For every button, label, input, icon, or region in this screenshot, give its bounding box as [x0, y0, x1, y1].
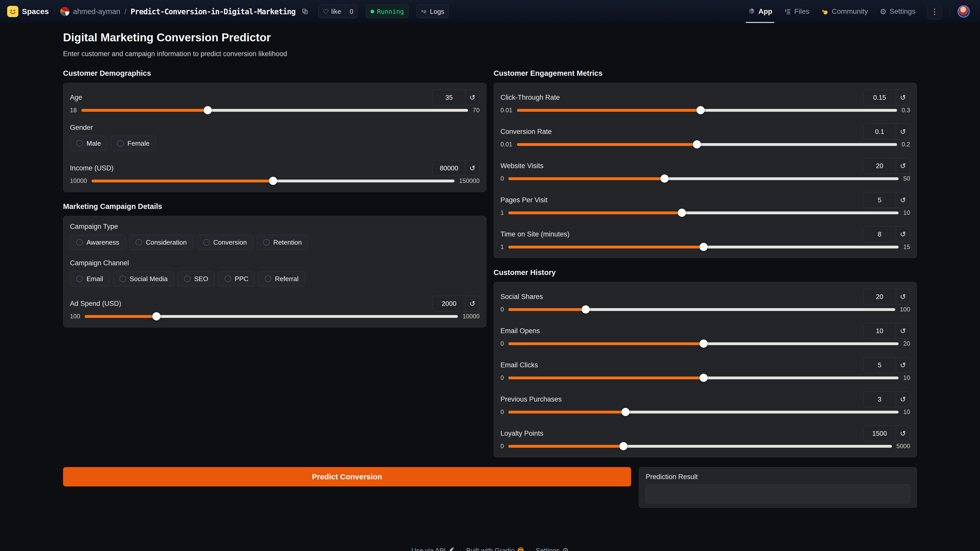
- slider-value-input[interactable]: 20: [863, 158, 896, 173]
- slider-track[interactable]: [508, 342, 899, 345]
- slider-handle[interactable]: [269, 177, 277, 185]
- footer-settings-link[interactable]: Settings ⚙: [536, 546, 569, 551]
- slider-value-input[interactable]: 5: [863, 357, 896, 373]
- slider-label: Time on Site (minutes): [501, 230, 570, 238]
- slider-handle[interactable]: [700, 374, 708, 382]
- reset-icon[interactable]: ↺: [896, 124, 910, 139]
- slider-value-input[interactable]: 3: [863, 392, 896, 407]
- reset-icon[interactable]: ↺: [896, 192, 910, 208]
- built-with-gradio-link[interactable]: Built with Gradio: [466, 546, 524, 551]
- slider-max-label: 5000: [897, 443, 910, 450]
- reset-icon[interactable]: ↺: [896, 357, 910, 373]
- slider-track[interactable]: [508, 211, 899, 214]
- tab-settings[interactable]: ⚙Settings: [880, 0, 915, 23]
- kebab-menu-icon[interactable]: ⋮: [927, 3, 942, 20]
- copy-icon[interactable]: [301, 8, 309, 15]
- slider-value-input[interactable]: 0.15: [863, 90, 896, 105]
- slider-handle[interactable]: [621, 408, 630, 416]
- slider-fill: [508, 308, 586, 311]
- reset-icon[interactable]: ↺: [896, 426, 910, 441]
- radio-option-label: Email: [86, 275, 103, 283]
- reset-icon[interactable]: ↺: [465, 160, 479, 176]
- radio-option-ppc[interactable]: PPC: [218, 271, 255, 286]
- reset-icon[interactable]: ↺: [896, 90, 910, 105]
- slider-row: 100 10000: [70, 312, 479, 321]
- slider-handle[interactable]: [693, 140, 701, 148]
- tab-app[interactable]: App: [748, 0, 772, 23]
- reset-icon[interactable]: ↺: [896, 158, 910, 173]
- slider-website-visits: Website Visits 20 ↺ 0 50: [501, 158, 910, 183]
- radio-option-retention[interactable]: Retention: [257, 235, 308, 250]
- slider-row: 0 10: [501, 408, 910, 416]
- radio-option-conversion[interactable]: Conversion: [197, 235, 253, 250]
- radio-option-referral[interactable]: Referral: [258, 271, 305, 286]
- slider-track[interactable]: [85, 315, 458, 318]
- slider-handle[interactable]: [700, 243, 708, 251]
- huggingface-logo-icon[interactable]: [7, 6, 18, 17]
- slider-value-box: 8 ↺: [863, 226, 910, 242]
- slider-handle[interactable]: [697, 106, 705, 114]
- slider-handle[interactable]: [582, 305, 590, 313]
- radio-option-seo[interactable]: SEO: [178, 271, 215, 286]
- footer-separator: ·: [529, 547, 531, 551]
- status-badge[interactable]: Running: [366, 5, 409, 18]
- user-avatar[interactable]: [958, 5, 970, 17]
- radio-option-social-media[interactable]: Social Media: [113, 271, 174, 286]
- slider-value-input[interactable]: 0.1: [863, 124, 896, 139]
- slider-value-input[interactable]: 5: [863, 192, 896, 208]
- predict-conversion-button[interactable]: Predict Conversion: [63, 467, 631, 486]
- use-via-api-link[interactable]: Use via API: [411, 546, 455, 551]
- slider-track[interactable]: [508, 308, 895, 311]
- radio-circle-icon: [203, 239, 210, 246]
- slider-track[interactable]: [81, 109, 468, 112]
- like-widget[interactable]: ♡ like 0: [318, 5, 358, 18]
- repo-name-link[interactable]: Predict-Conversion-in-Digital-Marketing: [130, 7, 296, 16]
- radio-circle-icon: [76, 239, 83, 246]
- logs-button[interactable]: Logs: [416, 5, 449, 18]
- slider-handle[interactable]: [678, 209, 686, 217]
- reset-icon[interactable]: ↺: [896, 392, 910, 407]
- slider-value-input[interactable]: 35: [433, 90, 465, 105]
- slider-value-input[interactable]: 2000: [433, 296, 465, 311]
- slider-fill: [92, 179, 273, 183]
- repo-owner-link[interactable]: ahmed-ayman: [73, 7, 120, 16]
- slider-value-input[interactable]: 10: [863, 323, 896, 338]
- reset-icon[interactable]: ↺: [896, 323, 910, 338]
- slider-handle[interactable]: [660, 175, 669, 183]
- slider-value-input[interactable]: 20: [863, 289, 896, 304]
- slider-value-input[interactable]: 80000: [433, 160, 465, 176]
- slider-handle[interactable]: [619, 442, 628, 450]
- like-count[interactable]: 0: [345, 8, 357, 16]
- spaces-brand[interactable]: Spaces: [22, 7, 49, 16]
- slider-value-input[interactable]: 8: [863, 227, 896, 242]
- slider-track[interactable]: [92, 179, 455, 183]
- radio-option-email[interactable]: Email: [70, 271, 110, 286]
- repo-avatar[interactable]: [60, 7, 69, 16]
- slider-track[interactable]: [508, 411, 899, 413]
- slider-handle[interactable]: [152, 312, 161, 321]
- gradio-logo-icon: [517, 546, 524, 551]
- slider-track[interactable]: [517, 143, 897, 146]
- slider-track[interactable]: [508, 445, 892, 448]
- tab-community[interactable]: Community: [821, 0, 868, 23]
- like-button[interactable]: ♡ like: [318, 5, 345, 18]
- slider-value-input[interactable]: 1500: [863, 426, 896, 441]
- radio-option-female[interactable]: Female: [111, 136, 156, 151]
- reset-icon[interactable]: ↺: [465, 296, 479, 311]
- prediction-result-output[interactable]: [646, 484, 910, 503]
- reset-icon[interactable]: ↺: [465, 90, 479, 105]
- reset-icon[interactable]: ↺: [896, 227, 910, 242]
- slider-track[interactable]: [508, 246, 899, 248]
- radio-option-consideration[interactable]: Consideration: [129, 235, 193, 250]
- slider-min-label: 0: [501, 374, 504, 381]
- radio-option-awareness[interactable]: Awareness: [70, 235, 126, 250]
- section-heading: Customer History: [493, 268, 917, 277]
- tab-files[interactable]: Files: [784, 0, 809, 23]
- radio-option-male[interactable]: Male: [70, 136, 107, 151]
- slider-track[interactable]: [508, 177, 899, 180]
- slider-track[interactable]: [508, 376, 899, 380]
- slider-handle[interactable]: [700, 340, 708, 348]
- slider-handle[interactable]: [204, 106, 212, 114]
- reset-icon[interactable]: ↺: [896, 289, 910, 304]
- slider-track[interactable]: [517, 109, 897, 112]
